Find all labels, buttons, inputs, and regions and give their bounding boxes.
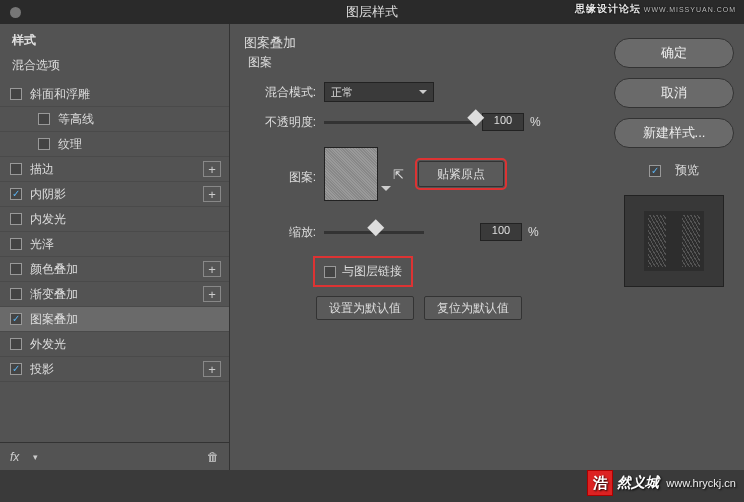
trash-icon[interactable]: 🗑 <box>207 450 219 464</box>
opacity-slider[interactable] <box>324 121 474 124</box>
style-row-内阴影[interactable]: 内阴影+ <box>0 182 229 207</box>
percent-sign: % <box>530 115 541 129</box>
scale-value[interactable]: 100 <box>480 223 522 241</box>
style-checkbox[interactable] <box>10 288 22 300</box>
style-checkbox[interactable] <box>10 363 22 375</box>
style-checkbox[interactable] <box>10 163 22 175</box>
pattern-swatch[interactable] <box>324 147 378 201</box>
main-panel: 图案叠加 图案 混合模式: 正常 不透明度: 100 % 图案: ⇱ 贴紧原点 … <box>230 24 604 470</box>
style-checkbox[interactable] <box>38 138 50 150</box>
sidebar-header: 样式 <box>0 24 229 53</box>
style-row-斜面和浮雕[interactable]: 斜面和浮雕 <box>0 82 229 107</box>
branding: 思缘设计论坛WWW.MISSYUAN.COM <box>575 2 736 16</box>
style-row-外发光[interactable]: 外发光 <box>0 332 229 357</box>
sidebar-footer: fx ▾ 🗑 <box>0 442 229 470</box>
style-row-颜色叠加[interactable]: 颜色叠加+ <box>0 257 229 282</box>
style-label: 描边 <box>30 161 54 178</box>
add-effect-button[interactable]: + <box>203 361 221 377</box>
style-checkbox[interactable] <box>10 88 22 100</box>
style-row-等高线[interactable]: 等高线 <box>0 107 229 132</box>
preview-box <box>624 195 724 287</box>
link-with-layer-checkbox[interactable]: 与图层链接 <box>316 259 410 284</box>
blend-mode-select[interactable]: 正常 <box>324 82 434 102</box>
ok-button[interactable]: 确定 <box>614 38 734 68</box>
style-label: 投影 <box>30 361 54 378</box>
style-row-渐变叠加[interactable]: 渐变叠加+ <box>0 282 229 307</box>
style-row-内发光[interactable]: 内发光 <box>0 207 229 232</box>
watermark: 浩 然义城 www.hryckj.cn <box>587 470 736 496</box>
link-with-layer-label: 与图层链接 <box>342 263 402 280</box>
style-label: 内阴影 <box>30 186 66 203</box>
style-row-纹理[interactable]: 纹理 <box>0 132 229 157</box>
style-row-投影[interactable]: 投影+ <box>0 357 229 382</box>
fx-icon[interactable]: fx <box>10 450 19 464</box>
opacity-value[interactable]: 100 <box>482 113 524 131</box>
style-list: 斜面和浮雕等高线纹理描边+内阴影+内发光光泽颜色叠加+渐变叠加+图案叠加外发光投… <box>0 82 229 442</box>
style-row-图案叠加[interactable]: 图案叠加 <box>0 307 229 332</box>
close-dot[interactable] <box>10 7 21 18</box>
style-label: 等高线 <box>58 111 94 128</box>
snap-origin-button[interactable]: 贴紧原点 <box>418 161 504 187</box>
right-panel: 确定 取消 新建样式... 预览 <box>604 24 744 470</box>
style-label: 内发光 <box>30 211 66 228</box>
style-checkbox[interactable] <box>38 113 50 125</box>
add-effect-button[interactable]: + <box>203 261 221 277</box>
preview-label: 预览 <box>675 162 699 179</box>
style-label: 渐变叠加 <box>30 286 78 303</box>
reset-default-button[interactable]: 复位为默认值 <box>424 296 522 320</box>
style-label: 光泽 <box>30 236 54 253</box>
scale-label: 缩放: <box>244 224 324 241</box>
style-checkbox[interactable] <box>10 238 22 250</box>
style-label: 斜面和浮雕 <box>30 86 90 103</box>
style-row-光泽[interactable]: 光泽 <box>0 232 229 257</box>
make-default-button[interactable]: 设置为默认值 <box>316 296 414 320</box>
sidebar: 样式 混合选项 斜面和浮雕等高线纹理描边+内阴影+内发光光泽颜色叠加+渐变叠加+… <box>0 24 230 470</box>
opacity-label: 不透明度: <box>244 114 324 131</box>
style-checkbox[interactable] <box>10 213 22 225</box>
add-effect-button[interactable]: + <box>203 161 221 177</box>
section-title: 图案叠加 <box>244 34 590 52</box>
style-checkbox[interactable] <box>10 338 22 350</box>
snap-icon[interactable]: ⇱ <box>390 166 406 182</box>
style-row-描边[interactable]: 描边+ <box>0 157 229 182</box>
style-label: 图案叠加 <box>30 311 78 328</box>
dialog-title: 图层样式 <box>346 3 398 21</box>
style-label: 纹理 <box>58 136 82 153</box>
sidebar-blending-options[interactable]: 混合选项 <box>0 53 229 82</box>
style-label: 外发光 <box>30 336 66 353</box>
preview-checkbox[interactable]: 预览 <box>614 162 734 179</box>
pattern-dropdown-icon[interactable] <box>381 186 391 196</box>
dialog-body: 样式 混合选项 斜面和浮雕等高线纹理描边+内阴影+内发光光泽颜色叠加+渐变叠加+… <box>0 24 744 470</box>
blend-mode-label: 混合模式: <box>244 84 324 101</box>
style-checkbox[interactable] <box>10 188 22 200</box>
add-effect-button[interactable]: + <box>203 186 221 202</box>
scale-slider[interactable] <box>324 231 424 234</box>
cancel-button[interactable]: 取消 <box>614 78 734 108</box>
style-checkbox[interactable] <box>10 263 22 275</box>
section-sub: 图案 <box>244 54 590 71</box>
pattern-label: 图案: <box>244 169 324 186</box>
style-label: 颜色叠加 <box>30 261 78 278</box>
fx-menu-chevron-icon[interactable]: ▾ <box>33 452 38 462</box>
style-checkbox[interactable] <box>10 313 22 325</box>
add-effect-button[interactable]: + <box>203 286 221 302</box>
new-style-button[interactable]: 新建样式... <box>614 118 734 148</box>
